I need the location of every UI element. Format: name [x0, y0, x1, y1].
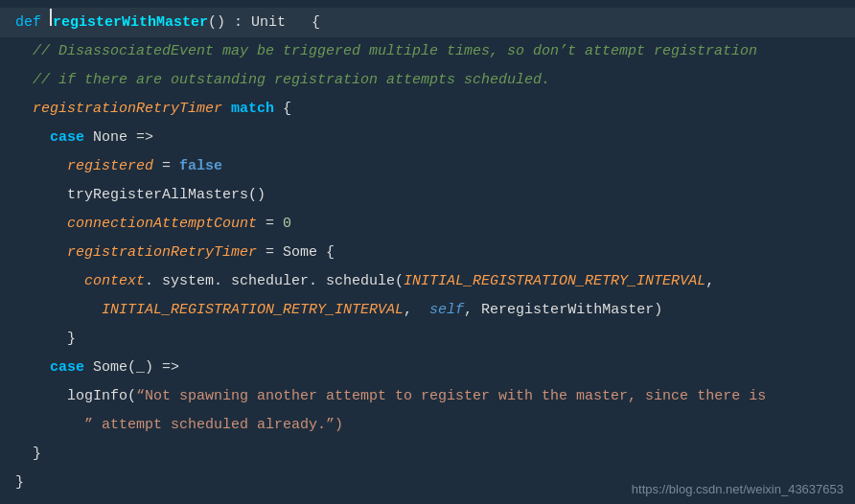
method-chain: . system. scheduler. schedule( — [145, 268, 404, 295]
variable: registered — [15, 153, 153, 180]
equals: = — [257, 211, 283, 238]
code-line-9: registrationRetryTimer = Some { — [0, 239, 855, 267]
keyword-def: def — [15, 10, 50, 36]
code-line-4: registrationRetryTimer match { — [0, 95, 855, 124]
assignment: = Some { — [257, 240, 335, 266]
string-literal-cont: ” attempt scheduled already.”) — [15, 412, 343, 439]
variable: registrationRetryTimer — [15, 96, 222, 123]
comma: , — [404, 297, 429, 324]
code-line-11: INITIAL_REGISTRATION_RETRY_INTERVAL, sel… — [0, 296, 855, 325]
method-call: tryRegisterAllMasters() — [15, 182, 266, 209]
watermark: https://blog.csdn.net/weixin_43637653 — [632, 482, 843, 496]
function-name: registerWithMaster — [53, 10, 208, 36]
keyword-case: case — [15, 355, 84, 381]
punctuation: () : — [208, 10, 251, 36]
code-editor: def registerWithMaster() : Unit { // Dis… — [0, 0, 855, 504]
variable: registrationRetryTimer — [15, 240, 257, 266]
punctuation: { — [274, 96, 291, 123]
keyword-match: match — [231, 96, 274, 123]
variable-context: context — [15, 268, 145, 295]
number: 0 — [283, 211, 291, 238]
code-line-12: } — [0, 325, 855, 354]
keyword-false: false — [179, 153, 222, 180]
variable: connectionAttemptCount — [15, 211, 257, 238]
code-line-5: case None => — [0, 124, 855, 152]
constant: INITIAL_REGISTRATION_RETRY_INTERVAL — [15, 297, 404, 324]
code-line-3: // if there are outstanding registration… — [0, 66, 855, 95]
closing-brace-outer: } — [15, 441, 41, 468]
code-line-2: // DisassociatedEvent may be triggered m… — [0, 37, 855, 66]
code-line-8: connectionAttemptCount = 0 — [0, 210, 855, 239]
comma: , ReregisterWithMaster) — [464, 297, 662, 324]
code-line-6: registered = false — [0, 152, 855, 181]
code-line-14: logInfo(“Not spawning another attempt to… — [0, 382, 855, 411]
punctuation: { — [286, 10, 320, 36]
code-line-13: case Some(_) => — [0, 354, 855, 382]
comment: // if there are outstanding registration… — [15, 67, 550, 94]
pattern: None => — [84, 125, 153, 151]
text-cursor — [50, 9, 52, 26]
equals: = — [153, 153, 179, 180]
keyword-case: case — [15, 125, 84, 151]
closing-brace: } — [15, 326, 76, 353]
string-literal: “Not spawning another attempt to registe… — [136, 383, 766, 410]
closing-brace-fn: } — [15, 470, 24, 496]
constant: INITIAL_REGISTRATION_RETRY_INTERVAL — [404, 268, 705, 295]
return-type: Unit — [251, 10, 286, 36]
keyword-self: self — [429, 297, 464, 324]
code-line-10: context. system. scheduler. schedule(INI… — [0, 267, 855, 296]
comment: // DisassociatedEvent may be triggered m… — [15, 38, 757, 65]
code-line-15: ” attempt scheduled already.”) — [0, 411, 855, 440]
code-line-16: } — [0, 440, 855, 469]
code-line-7: tryRegisterAllMasters() — [0, 181, 855, 210]
log-call: logInfo( — [15, 383, 136, 410]
pattern-some: Some(_) => — [84, 355, 179, 381]
comma: , — [705, 268, 714, 295]
space — [222, 96, 231, 123]
code-line-1: def registerWithMaster() : Unit { — [0, 8, 855, 37]
